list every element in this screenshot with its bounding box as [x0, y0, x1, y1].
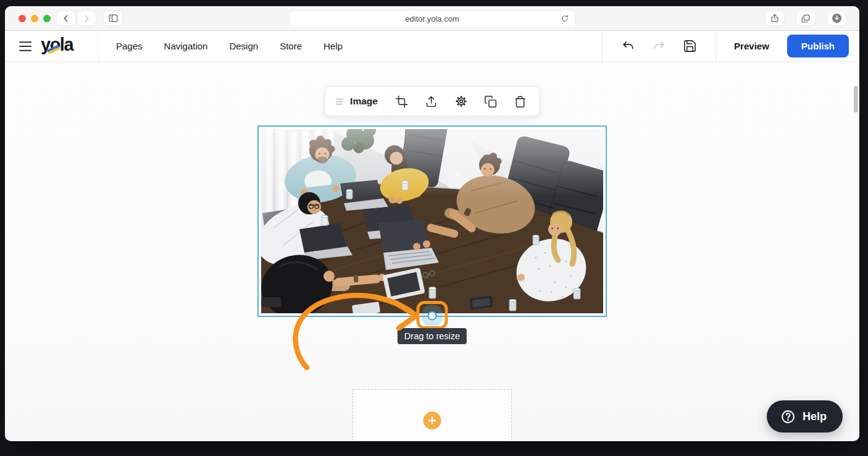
- nav-item-help[interactable]: Help: [323, 41, 343, 51]
- publish-button[interactable]: Publish: [787, 35, 849, 57]
- nav-item-design[interactable]: Design: [229, 41, 258, 51]
- traffic-lights: [19, 15, 51, 22]
- tab-overview-icon: [801, 14, 811, 23]
- editor-header: yola Pages Navigation Design Store Help …: [5, 31, 859, 62]
- yola-logo[interactable]: yola: [41, 36, 73, 56]
- add-widget-button[interactable]: [424, 412, 441, 429]
- address-bar[interactable]: editor.yola.com: [290, 11, 575, 27]
- editor-canvas: Image: [5, 62, 859, 441]
- nav-item-navigation[interactable]: Navigation: [164, 41, 208, 51]
- trash-icon: [514, 95, 527, 108]
- add-widget-placeholder[interactable]: [353, 389, 512, 441]
- reload-button[interactable]: [560, 14, 570, 23]
- sidebar-toggle-icon: [108, 14, 119, 23]
- url-text: editor.yola.com: [405, 14, 459, 23]
- resize-tooltip: Drag to resize: [398, 328, 467, 344]
- downloads-button[interactable]: [827, 11, 846, 25]
- editor-nav: Pages Navigation Design Store Help: [99, 31, 343, 61]
- share-icon: [770, 13, 780, 23]
- image-toolbar: Image: [325, 87, 540, 116]
- delete-button[interactable]: [506, 87, 535, 116]
- menu-hamburger-icon[interactable]: [19, 41, 32, 52]
- yola-logo-flag: o: [50, 36, 60, 54]
- nav-item-store[interactable]: Store: [280, 41, 302, 51]
- forward-button[interactable]: [77, 11, 96, 25]
- help-button[interactable]: Help: [767, 400, 843, 433]
- share-button[interactable]: [766, 11, 784, 25]
- browser-window: editor.yola.com yola: [5, 6, 859, 441]
- settings-button[interactable]: [446, 87, 476, 116]
- undo-button[interactable]: [621, 39, 635, 53]
- reload-icon: [560, 14, 570, 23]
- duplicate-icon: [484, 95, 497, 108]
- chrome-right-buttons: [766, 11, 846, 25]
- preview-button[interactable]: Preview: [716, 41, 787, 51]
- forward-chevron-icon: [82, 14, 91, 23]
- crop-icon: [395, 95, 408, 108]
- save-button[interactable]: [683, 39, 697, 53]
- crop-button[interactable]: [387, 87, 417, 116]
- logo-block: yola: [5, 31, 99, 61]
- annotation-highlight-box: [417, 301, 448, 329]
- browser-chrome: editor.yola.com: [5, 6, 859, 31]
- question-mark-icon: [780, 409, 796, 424]
- nav-item-pages[interactable]: Pages: [116, 41, 143, 51]
- sidebar-toggle-button[interactable]: [104, 11, 122, 25]
- plus-icon: [427, 415, 438, 426]
- upload-image-button[interactable]: [417, 87, 446, 116]
- selected-image-widget[interactable]: Drag to resize: [257, 125, 607, 317]
- tab-overview-button[interactable]: [796, 11, 815, 25]
- meeting-photo: [261, 129, 603, 313]
- back-chevron-icon: [62, 14, 70, 23]
- upload-icon: [425, 95, 438, 108]
- duplicate-button[interactable]: [476, 87, 506, 116]
- settings-gear-icon: [454, 95, 468, 108]
- desktop-background: editor.yola.com yola: [0, 0, 868, 456]
- fullscreen-window-button[interactable]: [43, 15, 51, 22]
- minimize-window-button[interactable]: [31, 15, 38, 22]
- back-button[interactable]: [57, 11, 75, 25]
- redo-button[interactable]: [652, 39, 666, 53]
- downloads-icon: [831, 12, 843, 24]
- header-actions: Preview Publish: [602, 31, 859, 61]
- close-window-button[interactable]: [19, 15, 26, 22]
- help-label: Help: [803, 410, 827, 423]
- scrollbar-thumb[interactable]: [854, 86, 858, 112]
- widget-type-label: Image: [350, 96, 378, 107]
- drag-handle-icon[interactable]: [335, 98, 344, 106]
